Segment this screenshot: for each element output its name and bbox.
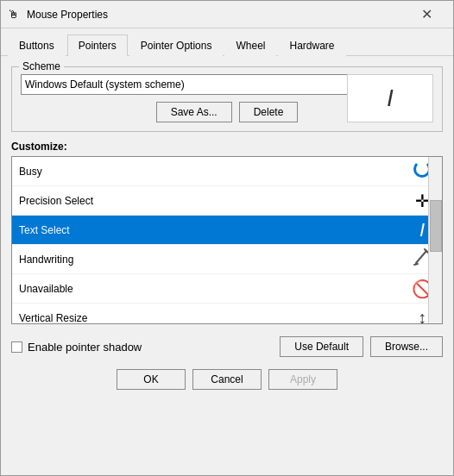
apply-button[interactable]: Apply — [268, 369, 337, 390]
pointer-shadow-checkbox[interactable] — [11, 341, 22, 353]
item-name-text-select: Text Select — [19, 224, 70, 236]
scheme-section: Windows Default (system scheme) ▼ Save A… — [21, 74, 433, 122]
cursor-preview: I — [347, 74, 433, 122]
svg-line-0 — [416, 251, 426, 263]
browse-button[interactable]: Browse... — [370, 336, 443, 357]
tab-bar: Buttons Pointers Pointer Options Wheel H… — [1, 28, 453, 56]
pointer-shadow-row: Enable pointer shadow — [11, 341, 142, 354]
item-name-unavailable: Unavailable — [19, 283, 73, 295]
list-item[interactable]: Handwriting — [12, 245, 442, 274]
scrollbar-thumb[interactable] — [430, 200, 442, 252]
tab-wheel[interactable]: Wheel — [224, 34, 276, 56]
cursor-list[interactable]: Busy Precision Select ✛ Text Select I — [11, 156, 443, 324]
svg-line-2 — [414, 264, 418, 265]
delete-button[interactable]: Delete — [239, 102, 299, 122]
tab-pointer-options[interactable]: Pointer Options — [129, 34, 224, 56]
cancel-button[interactable]: Cancel — [192, 369, 262, 390]
save-as-button[interactable]: Save As... — [156, 102, 232, 122]
tab-hardware[interactable]: Hardware — [278, 34, 345, 56]
tab-pointers[interactable]: Pointers — [67, 34, 128, 56]
footer-buttons: OK Cancel Apply — [11, 369, 443, 390]
bottom-controls: Enable pointer shadow Use Default Browse… — [11, 336, 443, 357]
scrollbar-track[interactable] — [428, 157, 442, 323]
mouse-properties-window: 🖱 Mouse Properties ✕ Buttons Pointers Po… — [0, 0, 454, 476]
preview-cursor-icon: I — [387, 85, 394, 112]
use-default-button[interactable]: Use Default — [280, 336, 363, 357]
pointer-shadow-label: Enable pointer shadow — [28, 341, 142, 354]
item-name-precision: Precision Select — [19, 195, 93, 207]
customize-section: Customize: Busy Precision Select ✛ Text … — [11, 141, 443, 324]
list-item[interactable]: Precision Select ✛ — [12, 186, 442, 216]
window-icon: 🖱 — [8, 8, 22, 22]
scheme-label: Scheme — [19, 60, 64, 72]
item-name-vertical-resize: Vertical Resize — [19, 312, 87, 324]
list-item[interactable]: Text Select I — [12, 216, 442, 245]
content-area: Scheme Windows Default (system scheme) ▼… — [1, 56, 453, 475]
customize-label: Customize: — [11, 141, 443, 153]
item-name-handwriting: Handwriting — [19, 254, 73, 266]
item-name-busy: Busy — [19, 166, 42, 178]
list-item[interactable]: Unavailable 🚫 — [12, 274, 442, 304]
title-bar: 🖱 Mouse Properties ✕ — [1, 1, 453, 28]
bottom-right-buttons: Use Default Browse... — [280, 336, 443, 357]
window-title: Mouse Properties — [27, 9, 407, 21]
close-button[interactable]: ✕ — [407, 1, 446, 28]
list-item[interactable]: Vertical Resize ↕ — [12, 304, 442, 324]
ok-button[interactable]: OK — [117, 369, 186, 390]
tab-buttons[interactable]: Buttons — [8, 34, 66, 56]
scheme-group: Scheme Windows Default (system scheme) ▼… — [11, 66, 443, 132]
list-item[interactable]: Busy — [12, 157, 442, 186]
